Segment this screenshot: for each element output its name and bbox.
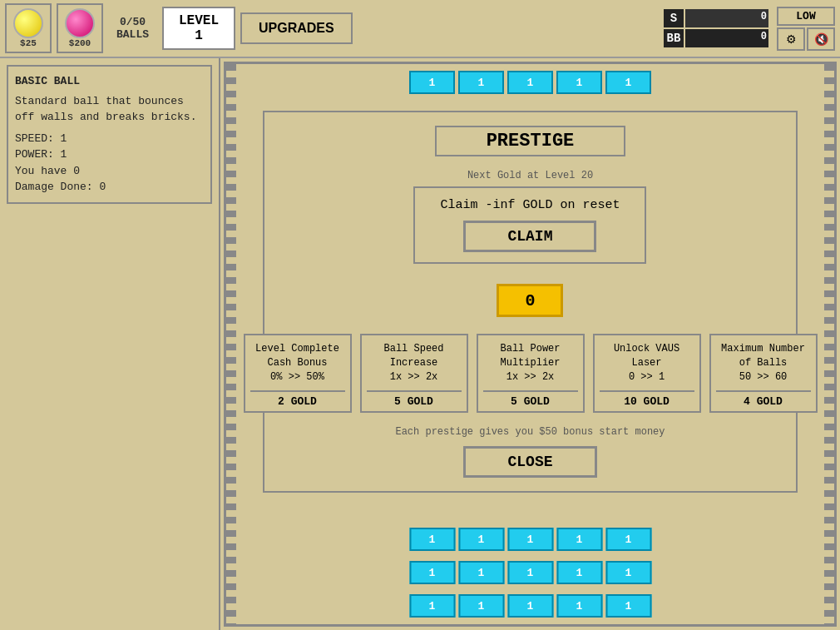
upgrade-name-5: Maximum Number of Balls50 >> 60 [716, 342, 811, 384]
brick-top-2: 1 [458, 71, 504, 94]
brick-b3-2: 1 [458, 594, 504, 618]
yellow-ball-icon [13, 8, 43, 38]
balls-info: 0/50 BALLS [116, 16, 149, 41]
prestige-title: PRESTIGE [435, 126, 626, 156]
score-row-bb: BB 0 [664, 29, 768, 47]
score-panel: S 0 BB 0 [664, 9, 768, 47]
upgrade-card-2[interactable]: Ball Speed Increase1x >> 2x 5 GOLD [360, 334, 468, 413]
upgrade-cost-4: 10 GOLD [600, 390, 694, 411]
brick-top-4: 1 [556, 71, 602, 94]
brick-b3-1: 1 [409, 594, 455, 618]
ball-speed: SPEED: 1 [15, 131, 204, 147]
balls-label: BALLS [116, 28, 149, 41]
top-bar: $25 $200 0/50 BALLS LEVEL 1 UPGRADES S 0… [0, 0, 840, 58]
bottom-brick-row-2: 1 1 1 1 1 [409, 561, 651, 584]
brick-b2-5: 1 [605, 561, 651, 584]
brick-b3-3: 1 [507, 594, 553, 618]
brick-b2-4: 1 [556, 561, 602, 584]
brick-b3-4: 1 [556, 594, 602, 618]
prestige-panel: PRESTIGE Next Gold at Level 20 Claim -in… [263, 111, 798, 493]
brick-b2-1: 1 [409, 561, 455, 584]
upgrade-name-2: Ball Speed Increase1x >> 2x [367, 342, 462, 384]
ball1-price: $25 [20, 38, 37, 48]
ball1-button[interactable]: $25 [5, 3, 52, 53]
game-area: 1 1 1 1 1 PRESTIGE Next Gold at Level 20… [224, 62, 837, 627]
brick-b1-1: 1 [409, 528, 455, 551]
upgrade-name-4: Unlock VAUS Laser0 >> 1 [600, 342, 694, 384]
brick-b2-3: 1 [507, 561, 553, 584]
score-value-bb: 0 [761, 31, 767, 42]
upgrade-name-3: Ball Power Multiplier1x >> 2x [483, 342, 578, 384]
main-area: BASIC BALL Standard ball that bounces of… [0, 58, 840, 630]
ball2-price: $200 [69, 38, 91, 48]
score-bar-s: 0 [685, 9, 768, 27]
ball-you-have: You have 0 [15, 163, 204, 180]
balls-count: 0/50 [116, 16, 149, 28]
upgrade-row: Level Complete Cash Bonus0% >> 50% 2 GOL… [244, 334, 818, 413]
top-brick-row: 1 1 1 1 1 [409, 71, 651, 94]
border-left [226, 64, 236, 624]
level-box: LEVEL 1 [162, 7, 235, 50]
ball-desc: Standard ball that bounces off walls and… [15, 93, 204, 126]
upgrade-cost-5: 4 GOLD [716, 390, 811, 411]
ball-title: BASIC BALL [15, 73, 204, 90]
score-bb-label: BB [664, 29, 684, 47]
next-gold-label: Next Gold at Level 20 [467, 170, 593, 181]
claim-box: Claim -inf GOLD on reset CLAIM [413, 186, 646, 264]
quality-badge: LOW [777, 7, 835, 26]
brick-b1-5: 1 [605, 528, 651, 551]
brick-top-5: 1 [605, 71, 651, 94]
score-value-s: 0 [761, 11, 767, 22]
score-bar-bb: 0 [685, 29, 768, 47]
upgrade-cost-2: 5 GOLD [367, 390, 462, 411]
ball-power: POWER: 1 [15, 146, 204, 163]
upgrades-button[interactable]: UPGRADES [240, 12, 353, 44]
brick-b3-5: 1 [605, 594, 651, 618]
icon-row: ⚙ 🔇 [777, 27, 835, 51]
ball2-button[interactable]: $200 [57, 3, 103, 53]
gear-button[interactable]: ⚙ [777, 27, 805, 51]
bottom-bricks: 1 1 1 1 1 1 1 1 1 1 1 1 1 1 1 [409, 521, 651, 618]
bottom-brick-row-3: 1 1 1 1 1 [409, 594, 651, 618]
upgrade-cost-1: 2 GOLD [250, 390, 345, 411]
level-value: 1 [179, 28, 219, 43]
upgrade-card-5[interactable]: Maximum Number of Balls50 >> 60 4 GOLD [709, 334, 818, 413]
close-button[interactable]: CLOSE [463, 446, 596, 478]
brick-b2-2: 1 [458, 561, 504, 584]
upgrade-card-4[interactable]: Unlock VAUS Laser0 >> 1 10 GOLD [593, 334, 701, 413]
brick-b1-4: 1 [556, 528, 602, 551]
score-s-label: S [664, 9, 684, 27]
score-row-s: S 0 [664, 9, 768, 27]
ball-damage: Damage Done: 0 [15, 179, 204, 196]
left-panel: BASIC BALL Standard ball that bounces of… [0, 58, 220, 630]
upgrade-card-3[interactable]: Ball Power Multiplier1x >> 2x 5 GOLD [477, 334, 585, 413]
upgrade-card-1[interactable]: Level Complete Cash Bonus0% >> 50% 2 GOL… [244, 334, 352, 413]
claim-text: Claim -inf GOLD on reset [432, 198, 628, 212]
brick-b1-3: 1 [507, 528, 553, 551]
brick-top-1: 1 [409, 71, 455, 94]
pink-ball-icon [65, 8, 95, 38]
settings-panel: LOW ⚙ 🔇 [777, 7, 835, 51]
border-right [824, 64, 834, 624]
upgrade-name-1: Level Complete Cash Bonus0% >> 50% [250, 342, 345, 384]
prestige-note: Each prestige gives you $50 bonus start … [395, 426, 665, 438]
bottom-brick-row-1: 1 1 1 1 1 [409, 528, 651, 551]
gold-display: 0 [497, 284, 563, 317]
brick-top-3: 1 [507, 71, 553, 94]
level-label: LEVEL [179, 13, 219, 28]
brick-b1-2: 1 [458, 528, 504, 551]
claim-button[interactable]: CLAIM [463, 221, 596, 252]
sound-button[interactable]: 🔇 [807, 27, 835, 51]
upgrade-cost-3: 5 GOLD [483, 390, 578, 411]
